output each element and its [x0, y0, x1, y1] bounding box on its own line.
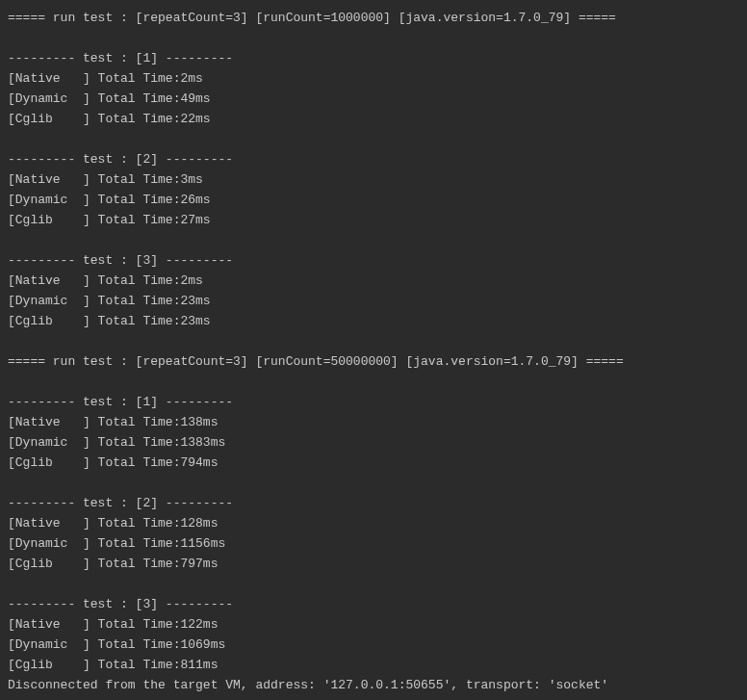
test-divider: --------- test : [3] ---------: [8, 594, 739, 614]
test-result-line: [Dynamic ] Total Time:49ms: [8, 89, 739, 109]
test-result-line: [Cglib ] Total Time:22ms: [8, 109, 739, 129]
run-header: ===== run test : [repeatCount=3] [runCou…: [8, 8, 739, 28]
test-result-line: [Cglib ] Total Time:797ms: [8, 554, 739, 574]
test-result-line: [Native ] Total Time:3ms: [8, 169, 739, 190]
test-result-line: [Native ] Total Time:2ms: [8, 68, 739, 89]
test-result-line: [Native ] Total Time:122ms: [8, 614, 739, 635]
test-divider: --------- test : [2] ---------: [8, 493, 739, 513]
test-result-line: [Native ] Total Time:138ms: [8, 412, 739, 432]
test-result-line: [Native ] Total Time:2ms: [8, 271, 739, 291]
test-result-line: [Dynamic ] Total Time:1069ms: [8, 635, 739, 655]
test-result-line: [Cglib ] Total Time:27ms: [8, 210, 739, 230]
disconnect-message: Disconnected from the target VM, address…: [8, 675, 739, 695]
blank-line: [8, 473, 739, 493]
test-divider: --------- test : [1] ---------: [8, 48, 739, 68]
blank-line: [8, 28, 739, 48]
test-result-line: [Dynamic ] Total Time:23ms: [8, 291, 739, 311]
blank-line: [8, 230, 739, 250]
test-divider: --------- test : [1] ---------: [8, 392, 739, 412]
blank-line: [8, 129, 739, 149]
blank-line: [8, 574, 739, 594]
blank-line: [8, 372, 739, 392]
test-result-line: [Dynamic ] Total Time:1383ms: [8, 432, 739, 453]
test-result-line: [Dynamic ] Total Time:26ms: [8, 190, 739, 210]
test-result-line: [Cglib ] Total Time:794ms: [8, 453, 739, 473]
test-divider: --------- test : [2] ---------: [8, 149, 739, 169]
test-divider: --------- test : [3] ---------: [8, 250, 739, 271]
console-output: ===== run test : [repeatCount=3] [runCou…: [8, 8, 739, 695]
test-result-line: [Dynamic ] Total Time:1156ms: [8, 533, 739, 554]
run-header: ===== run test : [repeatCount=3] [runCou…: [8, 351, 739, 372]
test-result-line: [Native ] Total Time:128ms: [8, 513, 739, 533]
blank-line: [8, 331, 739, 351]
test-result-line: [Cglib ] Total Time:811ms: [8, 655, 739, 675]
test-result-line: [Cglib ] Total Time:23ms: [8, 311, 739, 331]
